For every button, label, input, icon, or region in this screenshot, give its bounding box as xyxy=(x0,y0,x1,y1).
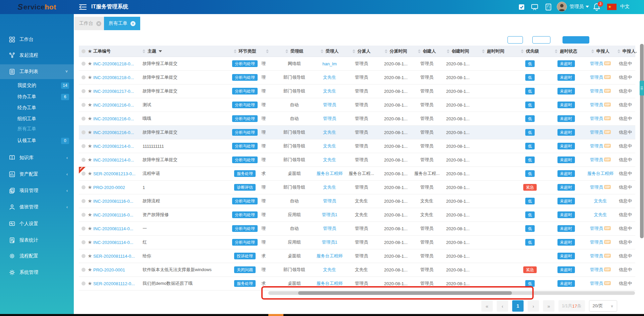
select-dot[interactable] xyxy=(82,75,86,79)
handler-link[interactable]: 服务台工程师 xyxy=(314,280,345,287)
star-icon[interactable]: ★ xyxy=(87,74,93,80)
horizontal-scrollbar-track[interactable] xyxy=(268,291,635,295)
table-row[interactable]: ★INC-2020081218-0...故障申报工单提交分析与处理处理部门领导组… xyxy=(79,71,635,84)
handler-link[interactable]: 服务台工程师 xyxy=(314,253,345,259)
select-dot[interactable] xyxy=(82,158,86,162)
order-id-link[interactable]: INC-2020081116-0... xyxy=(93,212,143,217)
reporter-link[interactable]: 管理员 xyxy=(590,281,603,286)
star-icon[interactable]: ★ xyxy=(87,157,93,163)
star-icon[interactable]: ★ xyxy=(87,171,93,177)
reporter-link[interactable]: 管理员 xyxy=(590,61,603,66)
reporter-link[interactable]: 管理员 xyxy=(590,130,603,135)
select-dot[interactable] xyxy=(82,213,86,217)
monitor-icon[interactable] xyxy=(531,3,539,11)
col-header[interactable]: 环节类型 xyxy=(228,48,262,54)
table-row[interactable]: ★INC-2020081214-0...1111111111分析与处理处理部门领… xyxy=(79,139,635,153)
flag-icon[interactable]: ★ xyxy=(607,4,616,10)
star-icon[interactable]: ★ xyxy=(87,226,93,232)
star-icon[interactable]: ★ xyxy=(87,212,93,218)
sort-icon[interactable] xyxy=(234,49,236,53)
handler-link[interactable]: 文先生 xyxy=(314,267,345,273)
sidebar-subitem-all-orders[interactable]: 所有工单 xyxy=(0,124,74,134)
sidebar-item-project-mgmt[interactable]: 项目管理‹ xyxy=(0,185,74,196)
page-size-select[interactable]: 20/页 ∨ xyxy=(589,300,617,312)
col-header[interactable]: 受理组 xyxy=(275,48,314,54)
sort-icon[interactable] xyxy=(285,49,288,53)
col-header[interactable]: 申报人. xyxy=(619,48,635,54)
table-row[interactable]: ★INC-2020081216-0...哦哦分析与处理处理自动管理员管理员202… xyxy=(79,112,635,126)
horizontal-scrollbar-thumb[interactable] xyxy=(298,291,512,295)
table-row[interactable]: ★PRO-2020-0001软件版本太低无法支撑最新windows关闭问题处理部… xyxy=(79,263,635,277)
order-id-link[interactable]: INC-2020081218-0... xyxy=(93,75,143,80)
reporter-link[interactable]: 管理员 xyxy=(590,157,603,162)
table-row[interactable]: ★INC-2020081114-0...红分析与处理处理应用组管理员1管理员20… xyxy=(79,236,635,249)
order-id-link[interactable]: SER-2020081112-0... xyxy=(93,281,143,286)
sidebar-subitem-handled-orders[interactable]: 经办工单 xyxy=(0,103,74,113)
reporter-link[interactable]: 管理员 xyxy=(590,240,603,245)
handler-link[interactable]: 服务台工程师 xyxy=(314,171,345,177)
sort-icon[interactable] xyxy=(266,49,269,53)
prev-page-button[interactable]: ‹ xyxy=(497,300,508,312)
bell-icon[interactable]: 3 xyxy=(593,3,603,11)
handler-link[interactable]: 文先生 xyxy=(314,74,345,80)
table-row[interactable]: ★INC-2020081116-0...故障流程分析与处理处理自动管理员文先生2… xyxy=(79,194,635,208)
sort-icon[interactable] xyxy=(418,49,421,53)
sort-icon[interactable] xyxy=(353,49,355,53)
current-page-button[interactable]: 1 xyxy=(512,300,524,312)
reporter-link[interactable]: 管理员 xyxy=(590,143,603,148)
close-icon[interactable]: ✕ xyxy=(130,21,136,26)
table-row[interactable]: ★INC-2020081116-0...资产故障报修分析与处理处理应用组管理员1… xyxy=(79,208,635,222)
order-id-link[interactable]: INC-2020081216-0... xyxy=(93,103,143,108)
order-id-link[interactable]: INC-2020081214-0... xyxy=(93,144,143,149)
handler-link[interactable]: 管理员 xyxy=(314,116,345,122)
col-header[interactable]: 超时时间 xyxy=(476,48,510,54)
order-id-link[interactable]: PRO-2020-0001 xyxy=(93,267,143,272)
sidebar-subitem-org-orders[interactable]: 组织工单 xyxy=(0,114,74,124)
col-header[interactable]: 受理人 xyxy=(314,48,345,54)
sidebar-item-workbench[interactable]: 工作台 xyxy=(0,34,74,45)
language-switch[interactable]: 中文 xyxy=(620,4,630,10)
star-icon[interactable]: ★ xyxy=(87,143,93,149)
sort-icon[interactable] xyxy=(482,49,485,53)
select-dot[interactable] xyxy=(82,130,86,134)
clipped-toolbar-button[interactable] xyxy=(562,36,589,44)
clipped-toolbar-button[interactable] xyxy=(507,36,523,44)
star-icon[interactable]: ★ xyxy=(87,239,93,245)
reporter-link[interactable]: 管理员 xyxy=(590,253,603,258)
select-dot[interactable] xyxy=(82,89,86,93)
table-row[interactable]: ★INC-2020081217-0...故障申报工单提交分析与处理处理部门领导组… xyxy=(79,84,635,98)
reporter-link[interactable]: 管理员 xyxy=(590,88,603,93)
handler-link[interactable]: 管理员 xyxy=(314,198,345,204)
handler-link[interactable]: 管理员 xyxy=(314,102,345,108)
side-panel-handle[interactable] xyxy=(640,81,644,96)
select-dot[interactable] xyxy=(82,268,86,272)
select-all-dot[interactable] xyxy=(82,49,86,53)
handler-link[interactable]: 管理员1 xyxy=(314,239,345,245)
order-id-link[interactable]: INC-2020081116-0... xyxy=(93,199,143,204)
order-id-link[interactable]: INC-2020081216-0... xyxy=(93,116,143,121)
select-dot[interactable] xyxy=(82,254,86,258)
brand-logo[interactable]: Servicehot xyxy=(0,0,74,14)
star-icon[interactable]: ★ xyxy=(87,129,93,135)
select-dot[interactable] xyxy=(82,62,86,66)
order-id-link[interactable]: INC-2020081218-0... xyxy=(93,61,143,66)
sidebar-subitem-todo-orders[interactable]: 待办工单6 xyxy=(0,92,74,102)
reporter-link[interactable]: 服务台工程师 xyxy=(587,171,613,176)
clipboard-icon[interactable] xyxy=(544,3,552,11)
todo-icon[interactable] xyxy=(518,3,526,11)
select-dot[interactable] xyxy=(82,117,86,121)
col-header-id[interactable]: 工单编号 xyxy=(93,48,143,54)
table-row[interactable]: ★SER-2020081112-0...我们把demo数据还原了哦服务处理请求桌… xyxy=(79,277,635,291)
star-icon[interactable]: ★ xyxy=(87,184,93,190)
sidebar-item-asset-config[interactable]: 资产配置‹ xyxy=(0,169,74,180)
sidebar-item-knowledge-base[interactable]: 知识库‹ xyxy=(0,152,74,164)
select-dot[interactable] xyxy=(82,199,86,203)
sidebar-item-duty-mgmt[interactable]: 值班管理‹ xyxy=(0,201,74,213)
handler-link[interactable]: 文先生 xyxy=(314,129,345,135)
next-page-button[interactable]: › xyxy=(528,300,539,312)
handler-link[interactable]: 文先生 xyxy=(314,143,345,149)
sidebar-item-system-mgmt[interactable]: 系统管理 xyxy=(0,267,74,278)
reporter-link[interactable]: 管理员 xyxy=(590,226,603,231)
col-header[interactable]: 超时状态 xyxy=(550,48,582,54)
order-id-link[interactable]: SER-2020081114-0... xyxy=(93,254,143,259)
